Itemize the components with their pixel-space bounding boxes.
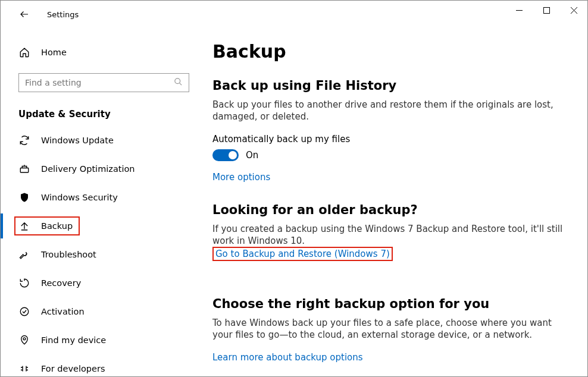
svg-point-8 [23, 338, 26, 340]
choose-option-heading: Choose the right backup option for you [212, 297, 566, 311]
sidebar-home[interactable]: Home [1, 40, 199, 65]
sidebar-item-label: Delivery Optimization [41, 164, 135, 174]
svg-rect-1 [543, 7, 549, 13]
minimize-button[interactable] [505, 1, 533, 20]
sidebar-item-label: For developers [41, 364, 105, 373]
auto-backup-label: Automatically back up my files [212, 134, 566, 144]
sidebar-item-label: Find my device [41, 335, 106, 345]
svg-line-5 [179, 83, 182, 85]
developer-icon [18, 363, 30, 375]
back-button[interactable] [12, 2, 36, 26]
backup-restore-win7-link[interactable]: Go to Backup and Restore (Windows 7) [215, 249, 390, 259]
sidebar-item-backup[interactable]: Backup [1, 213, 199, 238]
older-backup-heading: Looking for an older backup? [212, 203, 566, 217]
auto-backup-toggle[interactable] [212, 149, 239, 161]
check-circle-icon [18, 306, 30, 318]
more-options-link[interactable]: More options [212, 172, 270, 183]
sidebar-section-label: Update & Security [1, 100, 199, 124]
home-icon [18, 46, 30, 58]
sidebar-item-label: Recovery [41, 278, 81, 288]
sidebar-item-label: Backup [41, 221, 73, 231]
older-backup-body: If you created a backup using the Window… [212, 223, 564, 247]
sidebar-item-windows-update[interactable]: Windows Update [1, 128, 199, 153]
location-icon [18, 334, 30, 346]
sidebar-item-activation[interactable]: Activation [1, 299, 199, 324]
svg-rect-6 [20, 168, 29, 173]
sidebar-item-label: Windows Security [41, 193, 118, 202]
sidebar-item-windows-security[interactable]: Windows Security [1, 185, 199, 210]
sidebar-item-label: Windows Update [41, 136, 114, 145]
svg-point-7 [20, 307, 29, 316]
delivery-icon [18, 163, 30, 175]
caption-controls [505, 9, 587, 20]
toggle-knob [229, 151, 237, 159]
maximize-button[interactable] [533, 1, 560, 20]
sidebar-item-for-developers[interactable]: For developers [1, 356, 199, 377]
sidebar-item-troubleshoot[interactable]: Troubleshoot [1, 242, 199, 267]
sync-icon [18, 134, 30, 146]
search-box[interactable] [18, 73, 189, 92]
backup-icon [18, 220, 30, 232]
recovery-icon [18, 277, 30, 289]
learn-more-link[interactable]: Learn more about backup options [212, 352, 363, 363]
close-button[interactable] [560, 1, 587, 20]
selected-indicator [1, 213, 3, 238]
file-history-body: Back up your files to another drive and … [212, 99, 564, 123]
svg-point-4 [175, 78, 180, 84]
sidebar-item-recovery[interactable]: Recovery [1, 271, 199, 296]
sidebar-item-find-my-device[interactable]: Find my device [1, 328, 199, 353]
choose-option-body: To have Windows back up your files to a … [212, 317, 564, 341]
search-input[interactable] [25, 78, 174, 87]
highlight-box: Go to Backup and Restore (Windows 7) [212, 247, 393, 261]
window-title: Settings [47, 10, 79, 19]
troubleshoot-icon [18, 249, 30, 260]
sidebar-home-label: Home [41, 48, 67, 57]
sidebar-item-delivery-optimization[interactable]: Delivery Optimization [1, 156, 199, 181]
sidebar-item-label: Activation [41, 307, 85, 316]
page-title: Backup [212, 41, 566, 62]
titlebar: Settings [1, 1, 587, 28]
main-content: Backup Back up using File History Back u… [199, 28, 587, 376]
search-icon [174, 77, 183, 88]
sidebar-item-label: Troubleshoot [41, 250, 96, 259]
sidebar: Home Update & Security Windows Update De… [1, 28, 199, 376]
toggle-state-label: On [246, 150, 258, 161]
shield-icon [18, 191, 30, 203]
file-history-heading: Back up using File History [212, 78, 566, 93]
